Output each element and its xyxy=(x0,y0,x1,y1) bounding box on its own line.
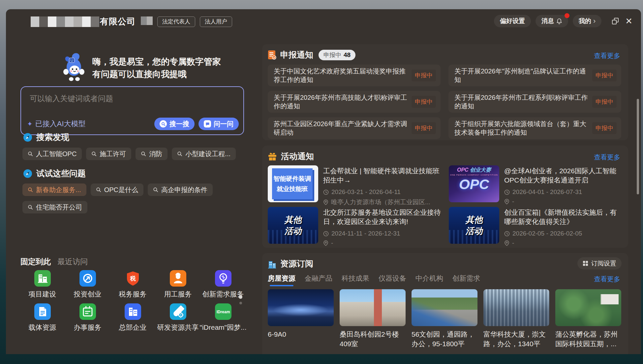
quicklink-headquarters[interactable]: 总部企业 xyxy=(110,301,155,332)
event-location: - xyxy=(504,239,622,247)
notice-item[interactable]: 关于开展2026年"苏州制造"品牌认证工作的通知申报中 xyxy=(448,65,621,86)
bell-icon xyxy=(556,18,562,24)
messages-button[interactable]: 消息 xyxy=(536,15,568,27)
status-badge: 申报中 xyxy=(592,96,617,108)
idream-logo-icon: IDream xyxy=(215,303,231,320)
search-input[interactable] xyxy=(30,94,214,103)
event-date: 2024-11-11 - 2026-12-31 xyxy=(323,230,441,237)
subscription-settings-button[interactable]: 订阅设置 xyxy=(577,257,622,269)
tab-pinned[interactable]: 固定到此 xyxy=(20,257,51,267)
search-button[interactable]: 搜一搜 xyxy=(154,118,195,130)
preferences-button[interactable]: 偏好设置 xyxy=(494,15,531,27)
quicklink-carrier-resources[interactable]: 载体资源 xyxy=(20,301,65,332)
quicklink-idream[interactable]: IDream "iDream"园梦... xyxy=(200,301,246,332)
tab-recent[interactable]: 最近访问 xyxy=(57,257,88,267)
event-title: 北交所江苏服务基地设立园区企业接待日，欢迎园区企业来访来询! xyxy=(323,208,441,226)
tab-tech-achievements[interactable]: 科技成果 xyxy=(342,274,369,286)
tab-intermediaries[interactable]: 中介机构 xyxy=(415,274,443,286)
declare-more-link[interactable]: 查看更多 xyxy=(594,51,620,60)
location-pin-icon xyxy=(323,240,328,246)
event-item[interactable]: 智能硬件装调就业技能班 工会帮就业 | 智能硬件装调就业技能班招生中→ 2026… xyxy=(268,165,441,202)
tab-innovation-demand[interactable]: 创新需求 xyxy=(452,274,480,286)
notice-item[interactable]: 关于组织开展第六批能源领域首台（套）重大技术装备申报工作的通知申报中 xyxy=(448,117,621,139)
property-caption: 蒲公英孵化器，苏州国际科技园五期，... xyxy=(555,329,621,349)
declare-header: 申报通知 申报中 48 xyxy=(268,49,355,60)
discover-chip[interactable]: 人工智能OPC xyxy=(22,148,82,160)
close-window-icon[interactable]: ✕ xyxy=(625,18,632,24)
page-dot[interactable] xyxy=(239,302,242,304)
resources-title: 资源订阅 xyxy=(280,258,313,269)
status-badge: 申报中 xyxy=(592,70,617,81)
resource-card[interactable]: 蒲公英孵化器，苏州国际科技园五期，... xyxy=(555,289,621,349)
events-more-link[interactable]: 查看更多 xyxy=(594,153,620,162)
tab-finance[interactable]: 金融产品 xyxy=(305,274,332,286)
calendar-icon xyxy=(79,303,96,320)
assistant-search-box: ✦ 已接入AI大模型 搜一搜 问一问 xyxy=(20,86,244,135)
greeting-line2: 有问题可以直接向我提哦 xyxy=(92,68,221,80)
events-section: 活动通知 查看更多 智能硬件装调就业技能班 工会帮就业 | 智能硬件装调就业技能… xyxy=(262,146,628,248)
notice-item[interactable]: 关于开展2026年苏州市高技能人才职称评审工作的通知申报中 xyxy=(268,91,441,113)
badge-corporate-user: 法人用户 xyxy=(200,16,232,27)
event-item[interactable]: 其他活动 北交所江苏服务基地设立园区企业接待日，欢迎园区企业来访来询! 2024… xyxy=(268,207,441,244)
resource-card[interactable]: 56文创园，通园路，办公，95-1800平 xyxy=(412,289,477,349)
question-chip[interactable]: 高企申报的条件 xyxy=(148,183,213,196)
event-location: - xyxy=(323,239,441,247)
clock-icon xyxy=(323,231,329,237)
property-photo xyxy=(340,289,406,326)
property-photo xyxy=(412,289,477,326)
resource-card[interactable]: 6-9A0 xyxy=(268,289,334,349)
discover-chip[interactable]: 施工许可 xyxy=(86,148,131,160)
restore-window-icon[interactable] xyxy=(612,18,619,24)
resource-card[interactable]: 桑田岛科创园2号楼409室 xyxy=(340,289,406,349)
page-dot-active[interactable] xyxy=(239,295,242,299)
event-date: 2026-03-21 - 2026-04-11 xyxy=(323,188,441,196)
question-chip[interactable]: OPC是什么 xyxy=(91,183,143,196)
property-caption: 56文创园，通园路，办公，95-1800平 xyxy=(412,329,477,349)
location-pin-icon xyxy=(323,199,328,205)
quicklinks-grid: 项目建设 投资创业 税 税务服务 用工服务 创新需求服务 载体资源 办事服务 总 xyxy=(20,268,247,332)
my-account-button[interactable]: 我的 › xyxy=(573,15,601,27)
chat-icon xyxy=(204,120,211,127)
document-icon xyxy=(34,303,51,320)
worker-icon xyxy=(170,270,186,287)
declare-section: 申报通知 申报中 48 查看更多 关于中国文化艺术政府奖第五届动漫奖申报推荐工作… xyxy=(262,44,628,140)
quicklink-rnd-sharing[interactable]: 研发资源共享 xyxy=(155,301,200,332)
quicklink-innovation-demand[interactable]: 创新需求服务 xyxy=(200,268,246,299)
company-name-redacted xyxy=(31,16,99,27)
quicklinks-tabs: 固定到此 最近访问 xyxy=(20,257,88,267)
greeting-line1: 嗨，我是易宝，您的专属数字管家 xyxy=(92,55,221,68)
event-item[interactable]: 其他活动 创业百宝箱|《新增值税法实施后，有哪些新变化值得关注》 2026-02… xyxy=(449,207,622,244)
quicklink-project-construction[interactable]: 项目建设 xyxy=(20,268,65,299)
resources-more-link[interactable]: 查看更多 xyxy=(594,275,620,284)
event-item[interactable]: OPC 创业大赛 ONE PERSON COMPANY COMPETITION … xyxy=(449,165,622,202)
assistant-greeting: 嗨，我是易宝，您的专属数字管家 有问题可以直接向我提哦 xyxy=(92,55,221,80)
discover-chip[interactable]: 消防 xyxy=(136,148,168,160)
grid-icon xyxy=(583,261,588,266)
vertical-scrollbar[interactable] xyxy=(637,99,639,194)
questions-header: 试试这些问题 xyxy=(23,168,86,179)
notice-item[interactable]: 苏州工业园区2026年重点产业紧缺人才需求调研启动申报中 xyxy=(268,117,441,139)
question-chip[interactable]: 新春助企服务... xyxy=(22,183,86,196)
question-chip[interactable]: 住宅能否开公司 xyxy=(22,201,87,213)
clock-icon xyxy=(504,231,510,237)
discover-chip[interactable]: 小型建设工程... xyxy=(172,148,236,160)
resource-card[interactable]: 富华科技大厦，崇文路，办公，1340平 xyxy=(483,289,549,349)
location-pin-icon xyxy=(504,199,509,205)
tab-housing[interactable]: 房屋资源 xyxy=(268,274,295,286)
quicklink-invest-startup[interactable]: 投资创业 xyxy=(65,268,110,299)
quicklink-labor-service[interactable]: 用工服务 xyxy=(155,268,200,299)
magnifier-icon xyxy=(96,187,101,192)
magnifier-icon xyxy=(28,151,33,156)
tab-instruments[interactable]: 仪器设备 xyxy=(379,274,406,286)
ask-button[interactable]: 问一问 xyxy=(199,118,239,130)
compass-icon xyxy=(23,169,32,178)
window-controls: ✕ xyxy=(612,18,632,24)
status-badge: 申报中 xyxy=(412,70,436,81)
quicklink-affairs-service[interactable]: 办事服务 xyxy=(65,301,110,332)
notice-item[interactable]: 关于中国文化艺术政府奖第五届动漫奖申报推荐工作的通知申报中 xyxy=(268,65,441,86)
location-pin-icon xyxy=(504,240,509,246)
quicklink-tax-service[interactable]: 税 税务服务 xyxy=(110,268,155,299)
notice-item[interactable]: 关于开展2026年苏州市工程系列职称评审工作的通知申报中 xyxy=(448,91,621,113)
company-id-redacted xyxy=(141,16,153,27)
status-badge: 申报中 xyxy=(412,122,436,134)
